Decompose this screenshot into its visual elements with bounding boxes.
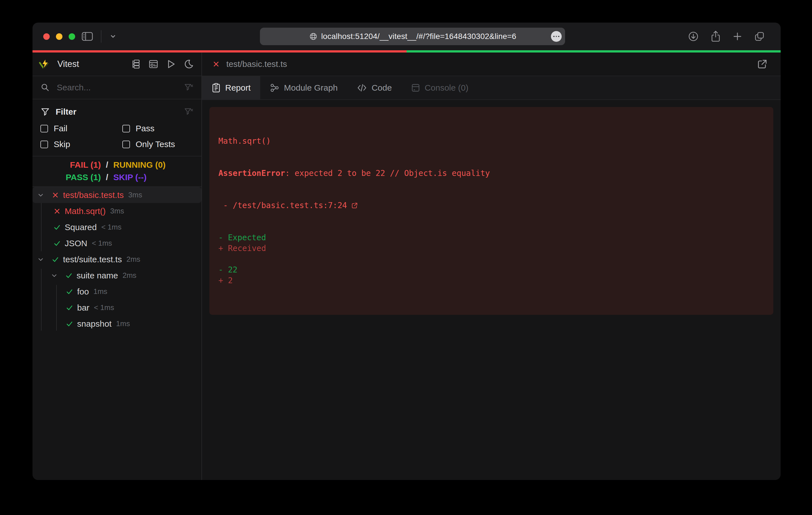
- checkbox[interactable]: [40, 125, 48, 132]
- tree-row[interactable]: Squared< 1ms: [32, 219, 201, 235]
- test-name: Math.sqrt(): [65, 206, 106, 216]
- test-duration: 3ms: [110, 207, 124, 215]
- filter-option-label: Fail: [54, 124, 67, 133]
- test-name: Squared: [65, 222, 97, 232]
- filter-icon: [40, 107, 50, 117]
- tab-overview-icon[interactable]: [754, 30, 765, 42]
- pass-check-icon: [53, 240, 61, 247]
- chevron-down-icon[interactable]: [37, 191, 45, 199]
- filter-option-only-tests[interactable]: Only Tests: [122, 140, 194, 149]
- diff-line-blank: [219, 254, 764, 265]
- close-window-button[interactable]: [43, 33, 50, 40]
- page-settings-ellipsis-icon[interactable]: [551, 31, 562, 42]
- fail-x-icon: [212, 60, 220, 68]
- checkbox[interactable]: [40, 141, 48, 148]
- tab-label: Code: [372, 83, 392, 93]
- url-text: localhost:51204/__vitest__/#/?file=16484…: [321, 32, 517, 41]
- test-duration: 3ms: [128, 190, 142, 199]
- tree-row[interactable]: test/basic.test.ts3ms: [32, 187, 201, 203]
- tab-report[interactable]: Report: [202, 76, 260, 99]
- minimize-window-button[interactable]: [56, 33, 62, 40]
- test-progress-bar: [32, 50, 781, 53]
- filter-options: FailPassSkipOnly Tests: [40, 124, 194, 149]
- test-duration: 2ms: [126, 255, 140, 264]
- test-name: JSON: [65, 239, 87, 248]
- dashboard-icon[interactable]: [148, 59, 158, 69]
- test-tree: test/basic.test.ts3msMath.sqrt()3msSquar…: [32, 187, 201, 480]
- chevron-down-icon[interactable]: [51, 272, 58, 279]
- pass-check-icon: [53, 223, 61, 231]
- checkbox[interactable]: [122, 141, 130, 148]
- search-icon: [40, 83, 50, 92]
- fail-x-icon: [53, 208, 61, 215]
- sidebar-toggle-icon[interactable]: [81, 31, 93, 42]
- clear-filter-icon[interactable]: [184, 107, 194, 117]
- zoom-window-button[interactable]: [69, 33, 75, 40]
- tree-row[interactable]: test/suite.test.ts2ms: [32, 251, 201, 267]
- globe-icon: [309, 32, 318, 41]
- tree-row[interactable]: JSON< 1ms: [32, 235, 201, 251]
- toolbar-divider: [101, 30, 102, 42]
- tree-row[interactable]: bar< 1ms: [32, 300, 201, 316]
- open-in-editor-icon[interactable]: [351, 202, 358, 209]
- pass-check-icon: [52, 256, 59, 263]
- filter-option-pass[interactable]: Pass: [122, 124, 194, 133]
- tree-row[interactable]: suite name2ms: [32, 267, 201, 283]
- file-header: test/basic.test.ts: [202, 53, 781, 76]
- running-count: RUNNING (0): [113, 160, 201, 170]
- diff-line-expected: - Expected: [219, 232, 764, 243]
- pass-check-icon: [66, 288, 73, 295]
- filter-section: Filter FailPassSkipOnly Tests: [32, 99, 201, 156]
- error-report-panel: Math.sqrt() AssertionError: expected 2 t…: [209, 107, 773, 315]
- tree-row[interactable]: foo1ms: [32, 283, 201, 300]
- pass-check-icon: [66, 320, 73, 328]
- test-name: test/suite.test.ts: [63, 255, 122, 264]
- tree-row[interactable]: snapshot1ms: [32, 316, 201, 332]
- chevron-down-icon[interactable]: [109, 32, 117, 41]
- file-name: test/basic.test.ts: [226, 59, 750, 69]
- tab-console[interactable]: Console (0): [402, 76, 478, 99]
- tab-label: Module Graph: [284, 83, 338, 93]
- share-icon[interactable]: [710, 30, 721, 42]
- filter-title: Filter: [56, 107, 178, 117]
- new-tab-icon[interactable]: [732, 31, 743, 42]
- tree-row[interactable]: Math.sqrt()3ms: [32, 203, 201, 219]
- pass-check-icon: [66, 304, 73, 311]
- chevron-down-icon[interactable]: [37, 256, 45, 263]
- downloads-icon[interactable]: [688, 30, 699, 42]
- address-bar[interactable]: localhost:51204/__vitest__/#/?file=16484…: [260, 28, 565, 45]
- diff-line-received: + Received: [219, 243, 764, 254]
- browser-toolbar: localhost:51204/__vitest__/#/?file=16484…: [32, 23, 781, 50]
- test-duration: < 1ms: [94, 303, 114, 312]
- checkbox[interactable]: [122, 125, 130, 132]
- open-external-icon[interactable]: [756, 58, 768, 70]
- test-duration: 2ms: [123, 271, 137, 280]
- test-name: snapshot: [77, 319, 112, 329]
- clear-search-filter-icon[interactable]: [184, 83, 194, 92]
- filter-option-skip[interactable]: Skip: [40, 140, 122, 149]
- skip-count: SKIP (--): [113, 173, 201, 182]
- filter-option-label: Skip: [54, 140, 70, 149]
- pass-check-icon: [65, 272, 72, 279]
- tree-view-toggle-icon[interactable]: [131, 59, 141, 69]
- tab-label: Report: [225, 83, 251, 93]
- filter-option-fail[interactable]: Fail: [40, 124, 122, 133]
- test-duration: 1ms: [93, 287, 107, 296]
- error-type: AssertionError: [219, 168, 285, 179]
- sidebar: Vitest: [32, 53, 202, 480]
- stack-location: - /test/basic.test.ts:7:24: [219, 200, 347, 211]
- dark-mode-toggle-icon[interactable]: [183, 59, 194, 69]
- test-name: test/basic.test.ts: [63, 190, 124, 200]
- pass-count: PASS (1): [32, 173, 101, 182]
- error-message: : expected 2 to be 22 // Object.is equal…: [285, 168, 490, 179]
- tab-module-graph[interactable]: Module Graph: [260, 76, 347, 99]
- stack-trace-line[interactable]: - /test/basic.test.ts:7:24: [219, 200, 764, 211]
- assertion-error-line: AssertionError: expected 2 to be 22 // O…: [219, 168, 764, 179]
- browser-window: localhost:51204/__vitest__/#/?file=16484…: [32, 23, 781, 480]
- tab-code[interactable]: Code: [347, 76, 402, 99]
- vitest-logo: [38, 58, 51, 70]
- test-status-summary: FAIL (1) / RUNNING (0) PASS (1) / SKIP (…: [32, 156, 201, 187]
- search-input[interactable]: [57, 83, 177, 92]
- run-all-tests-icon[interactable]: [166, 59, 176, 69]
- filter-option-label: Pass: [136, 124, 154, 133]
